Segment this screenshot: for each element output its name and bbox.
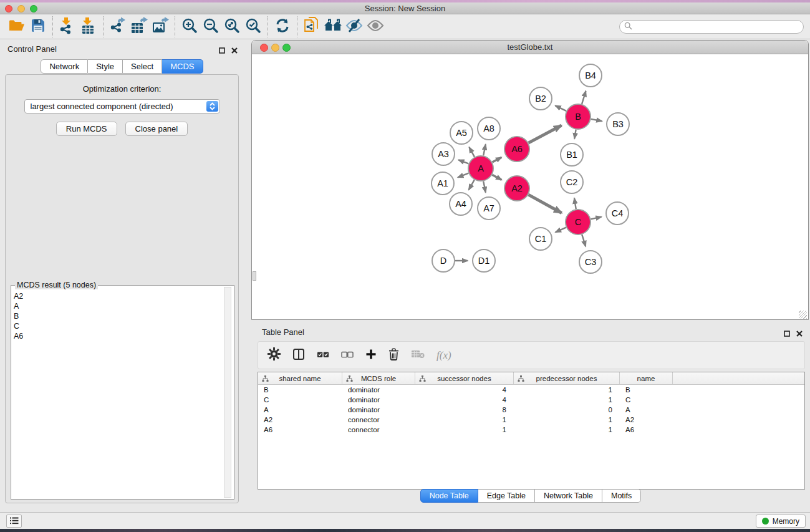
graph-edge[interactable] [483,144,486,155]
criterion-dropdown[interactable]: largest connected component (directed) [24,99,220,114]
tab-mcds[interactable]: MCDS [162,59,203,74]
table-row[interactable]: A6connector11A6 [258,425,804,435]
column-header-shared-name[interactable]: shared name [258,372,342,384]
open-file-button[interactable] [6,17,27,37]
network-minimize-button[interactable] [271,44,279,52]
toolbar-separator [103,16,104,37]
tab-network[interactable]: Network [41,59,88,74]
zoom-fit-button[interactable] [221,17,243,37]
select-all-columns-button[interactable] [317,350,329,361]
tab-edge-table[interactable]: Edge Table [478,489,535,503]
graph-edge[interactable] [574,130,576,139]
import-table-button[interactable] [78,17,99,37]
graph-edge[interactable] [574,198,576,210]
run-mcds-button[interactable]: Run MCDS [56,122,117,136]
graph-edge[interactable] [529,125,562,143]
mcds-result-item[interactable]: B [12,311,223,321]
close-panel-icon[interactable] [231,45,238,56]
table-row[interactable]: Cdominator41C [258,395,804,405]
zoom-selected-button[interactable] [243,17,264,37]
close-panel-icon[interactable] [796,328,803,339]
export-network-button[interactable] [107,17,128,37]
add-column-button[interactable] [365,349,377,362]
minimize-window-button[interactable] [17,5,25,12]
graph-node-label: C4 [612,208,624,218]
graph-edge[interactable] [582,235,586,246]
column-type-icon [262,375,269,384]
delete-table-button[interactable] [411,349,425,361]
graph-edge[interactable] [492,175,501,180]
tab-node-table[interactable]: Node Table [420,489,478,503]
canvas-scroll-gripper[interactable] [253,271,256,281]
network-close-button[interactable] [260,44,268,52]
mcds-result-item[interactable]: A2 [12,291,223,301]
mcds-result-item[interactable]: C [12,321,223,331]
mcds-result-item[interactable]: A6 [12,331,223,341]
window-controls [5,5,37,12]
graph-edge[interactable] [591,217,601,220]
zoom-out-button[interactable] [200,17,221,37]
window-resize-grip[interactable] [799,311,807,319]
main-area: Control Panel Network Style Select MCDS … [0,39,810,512]
mcds-result-list[interactable]: A2 A B C A6 [12,291,223,498]
function-builder-button[interactable]: f(x) [436,349,451,362]
export-table-button[interactable] [128,17,150,37]
graph-edge[interactable] [556,228,566,233]
refresh-button[interactable] [272,17,293,37]
import-table-icon [80,17,97,37]
mcds-tab-content: Optimization criterion: largest connecte… [5,74,239,503]
show-graphics-details-button[interactable] [365,17,386,37]
graph-edge[interactable] [528,195,561,213]
close-window-button[interactable] [5,5,12,12]
tab-style[interactable]: Style [88,59,123,74]
table-row[interactable]: Adominator80A [258,405,804,415]
graph-edge[interactable] [582,91,586,104]
graph-edge[interactable] [458,160,468,163]
graph-edge[interactable] [458,173,468,178]
graph-edge[interactable] [591,119,602,121]
mcds-result-item[interactable]: A [12,301,223,311]
search-field[interactable] [619,20,804,34]
table-row[interactable]: Bdominator41B [258,385,804,395]
graph-edge[interactable] [469,147,475,157]
task-history-button[interactable] [6,515,22,528]
window-titlebar: Session: New Session [0,2,810,14]
graph-edge[interactable] [555,105,566,111]
import-network-button[interactable] [57,17,78,37]
home-button[interactable] [322,17,344,37]
tab-select[interactable]: Select [123,59,162,74]
column-header-predecessor-nodes[interactable]: predecessor nodes [514,372,620,384]
optimization-criterion-label: Optimization criterion: [6,84,238,94]
column-header-successor-nodes[interactable]: successor nodes [415,372,514,384]
delete-column-button[interactable] [388,348,399,363]
node-table[interactable]: shared name MCDS role successor nodes pr… [258,372,805,490]
graph-edge[interactable] [483,181,486,193]
column-header-name[interactable]: name [620,372,673,384]
export-image-button[interactable] [150,17,171,37]
network-canvas[interactable]: A5A8A6A3AA1A2A4A7B4B2BB3B1C2CC4C1C3DD1 [253,55,808,319]
show-columns-button[interactable] [292,348,305,363]
unselect-all-columns-button[interactable] [341,350,354,361]
close-panel-button[interactable]: Close panel [125,122,188,136]
tab-motifs[interactable]: Motifs [602,489,641,503]
graph-edge[interactable] [493,157,502,162]
column-header-mcds-role[interactable]: MCDS role [342,372,415,384]
mcds-result-scrollbar[interactable] [224,287,231,498]
zoom-in-button[interactable] [179,17,200,37]
float-panel-icon[interactable] [219,45,225,56]
network-from-selection-button[interactable] [301,17,322,37]
hide-graphics-details-button[interactable] [344,17,365,37]
tab-network-table[interactable]: Network Table [535,489,602,503]
memory-label: Memory [773,517,799,526]
graph-edge[interactable] [469,180,475,190]
network-window-titlebar[interactable]: testGlobe.txt [252,41,808,54]
table-row[interactable]: A2connector11A2 [258,415,804,425]
zoom-window-button[interactable] [30,5,37,12]
float-panel-icon[interactable] [784,328,790,339]
table-options-button[interactable] [268,347,281,363]
search-input[interactable] [635,22,803,31]
memory-button[interactable]: Memory [756,515,806,528]
network-zoom-button[interactable] [282,44,291,52]
save-session-button[interactable] [27,17,49,37]
eye-slash-icon [345,18,363,36]
